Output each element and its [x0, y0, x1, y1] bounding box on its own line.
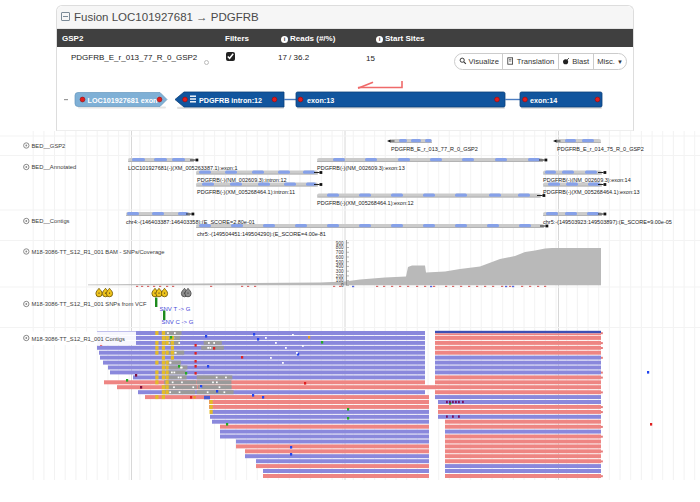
svg-text:LOC101927681 exon: LOC101927681 exon — [88, 96, 158, 105]
svg-text:PDGFRB intron:12: PDGFRB intron:12 — [199, 96, 262, 105]
svg-text:exon:13: exon:13 — [307, 96, 334, 105]
svg-text:exon:14: exon:14 — [530, 96, 557, 105]
